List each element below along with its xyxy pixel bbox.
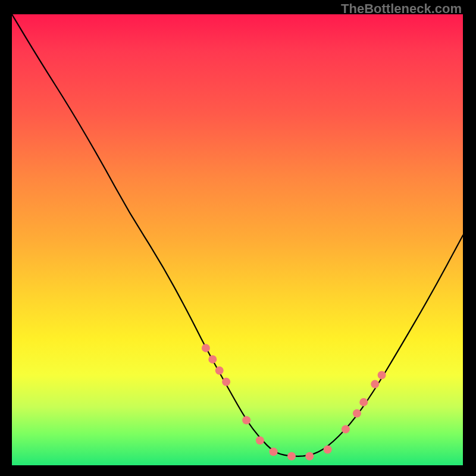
chart-plot-area — [12, 14, 463, 465]
chart-stage: TheBottleneck.com — [0, 0, 476, 476]
